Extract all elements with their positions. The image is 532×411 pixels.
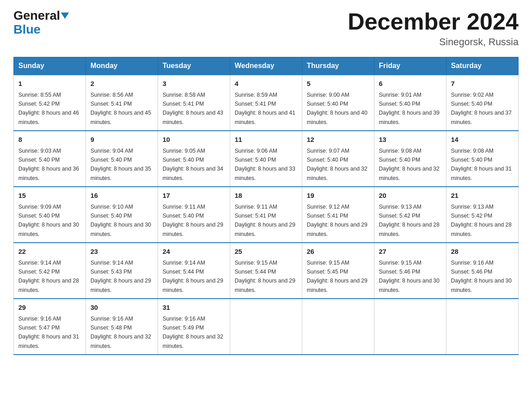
day-number: 7 bbox=[451, 79, 514, 89]
header-friday: Friday bbox=[374, 57, 446, 75]
day-info: Sunrise: 9:03 AMSunset: 5:40 PMDaylight:… bbox=[18, 148, 79, 181]
calendar-cell: 22 Sunrise: 9:14 AMSunset: 5:42 PMDaylig… bbox=[14, 243, 86, 299]
day-number: 16 bbox=[90, 191, 153, 201]
calendar-week-5: 29 Sunrise: 9:16 AMSunset: 5:47 PMDaylig… bbox=[14, 299, 519, 355]
day-number: 2 bbox=[90, 79, 153, 89]
day-number: 28 bbox=[451, 247, 514, 257]
day-info: Sunrise: 9:14 AMSunset: 5:43 PMDaylight:… bbox=[90, 260, 151, 293]
day-info: Sunrise: 9:14 AMSunset: 5:42 PMDaylight:… bbox=[18, 260, 79, 293]
day-info: Sunrise: 9:08 AMSunset: 5:40 PMDaylight:… bbox=[379, 148, 440, 181]
calendar-week-4: 22 Sunrise: 9:14 AMSunset: 5:42 PMDaylig… bbox=[14, 243, 519, 299]
day-number: 5 bbox=[307, 79, 369, 89]
logo-blue: Blue bbox=[13, 22, 41, 36]
day-number: 13 bbox=[379, 135, 442, 145]
logo-text: General Blue bbox=[13, 9, 69, 37]
day-number: 24 bbox=[163, 247, 225, 257]
calendar-cell: 1 Sunrise: 8:55 AMSunset: 5:42 PMDayligh… bbox=[14, 75, 86, 131]
day-number: 14 bbox=[451, 135, 514, 145]
day-number: 29 bbox=[18, 303, 81, 313]
day-number: 8 bbox=[18, 135, 81, 145]
day-number: 17 bbox=[163, 191, 225, 201]
calendar-cell: 9 Sunrise: 9:04 AMSunset: 5:40 PMDayligh… bbox=[86, 131, 158, 187]
calendar-cell: 28 Sunrise: 9:16 AMSunset: 5:46 PMDaylig… bbox=[446, 243, 519, 299]
calendar-week-1: 1 Sunrise: 8:55 AMSunset: 5:42 PMDayligh… bbox=[14, 75, 519, 131]
day-number: 20 bbox=[379, 191, 442, 201]
day-info: Sunrise: 9:15 AMSunset: 5:45 PMDaylight:… bbox=[307, 260, 368, 293]
day-info: Sunrise: 9:00 AMSunset: 5:40 PMDaylight:… bbox=[307, 92, 368, 125]
day-info: Sunrise: 9:04 AMSunset: 5:40 PMDaylight:… bbox=[90, 148, 151, 181]
header-saturday: Saturday bbox=[446, 57, 519, 75]
calendar-cell: 10 Sunrise: 9:05 AMSunset: 5:40 PMDaylig… bbox=[158, 131, 230, 187]
calendar-cell: 15 Sunrise: 9:09 AMSunset: 5:40 PMDaylig… bbox=[14, 187, 86, 243]
calendar-cell: 31 Sunrise: 9:16 AMSunset: 5:49 PMDaylig… bbox=[158, 299, 230, 355]
header-sunday: Sunday bbox=[14, 57, 86, 75]
calendar-cell: 17 Sunrise: 9:11 AMSunset: 5:40 PMDaylig… bbox=[158, 187, 230, 243]
day-number: 15 bbox=[18, 191, 81, 201]
day-number: 11 bbox=[235, 135, 297, 145]
day-info: Sunrise: 9:13 AMSunset: 5:42 PMDaylight:… bbox=[379, 204, 440, 237]
location: Sinegorsk, Russia bbox=[348, 36, 519, 48]
day-number: 18 bbox=[235, 191, 297, 201]
calendar-cell: 29 Sunrise: 9:16 AMSunset: 5:47 PMDaylig… bbox=[14, 299, 86, 355]
calendar-cell: 30 Sunrise: 9:16 AMSunset: 5:48 PMDaylig… bbox=[86, 299, 158, 355]
day-number: 22 bbox=[18, 247, 81, 257]
day-number: 23 bbox=[90, 247, 153, 257]
day-number: 12 bbox=[307, 135, 369, 145]
calendar-week-3: 15 Sunrise: 9:09 AMSunset: 5:40 PMDaylig… bbox=[14, 187, 519, 243]
day-number: 26 bbox=[307, 247, 369, 257]
calendar-cell bbox=[230, 299, 302, 355]
logo-general: General bbox=[13, 9, 60, 22]
calendar-cell: 26 Sunrise: 9:15 AMSunset: 5:45 PMDaylig… bbox=[302, 243, 374, 299]
calendar-header-row: Sunday Monday Tuesday Wednesday Thursday… bbox=[14, 57, 519, 75]
calendar-cell: 3 Sunrise: 8:58 AMSunset: 5:41 PMDayligh… bbox=[158, 75, 230, 131]
calendar-cell: 27 Sunrise: 9:15 AMSunset: 5:46 PMDaylig… bbox=[374, 243, 446, 299]
header-monday: Monday bbox=[86, 57, 158, 75]
calendar-cell: 19 Sunrise: 9:12 AMSunset: 5:41 PMDaylig… bbox=[302, 187, 374, 243]
calendar-table: Sunday Monday Tuesday Wednesday Thursday… bbox=[13, 57, 519, 355]
day-info: Sunrise: 9:09 AMSunset: 5:40 PMDaylight:… bbox=[18, 204, 79, 237]
calendar-cell: 6 Sunrise: 9:01 AMSunset: 5:40 PMDayligh… bbox=[374, 75, 446, 131]
day-info: Sunrise: 9:16 AMSunset: 5:49 PMDaylight:… bbox=[163, 316, 223, 349]
calendar-cell: 8 Sunrise: 9:03 AMSunset: 5:40 PMDayligh… bbox=[14, 131, 86, 187]
calendar-cell bbox=[374, 299, 446, 355]
day-number: 10 bbox=[163, 135, 225, 145]
calendar-cell: 14 Sunrise: 9:08 AMSunset: 5:40 PMDaylig… bbox=[446, 131, 519, 187]
day-info: Sunrise: 9:12 AMSunset: 5:41 PMDaylight:… bbox=[307, 204, 368, 237]
calendar-cell: 25 Sunrise: 9:15 AMSunset: 5:44 PMDaylig… bbox=[230, 243, 302, 299]
day-info: Sunrise: 9:14 AMSunset: 5:44 PMDaylight:… bbox=[163, 260, 223, 293]
day-info: Sunrise: 9:16 AMSunset: 5:46 PMDaylight:… bbox=[451, 260, 512, 293]
day-number: 31 bbox=[163, 303, 225, 313]
calendar-cell: 20 Sunrise: 9:13 AMSunset: 5:42 PMDaylig… bbox=[374, 187, 446, 243]
day-info: Sunrise: 9:08 AMSunset: 5:40 PMDaylight:… bbox=[451, 148, 512, 181]
day-number: 6 bbox=[379, 79, 442, 89]
day-info: Sunrise: 9:15 AMSunset: 5:46 PMDaylight:… bbox=[379, 260, 440, 293]
calendar-cell: 11 Sunrise: 9:06 AMSunset: 5:40 PMDaylig… bbox=[230, 131, 302, 187]
day-info: Sunrise: 9:10 AMSunset: 5:40 PMDaylight:… bbox=[90, 204, 151, 237]
header-tuesday: Tuesday bbox=[158, 57, 230, 75]
calendar-cell: 21 Sunrise: 9:13 AMSunset: 5:42 PMDaylig… bbox=[446, 187, 519, 243]
calendar-cell: 23 Sunrise: 9:14 AMSunset: 5:43 PMDaylig… bbox=[86, 243, 158, 299]
day-info: Sunrise: 9:07 AMSunset: 5:40 PMDaylight:… bbox=[307, 148, 368, 181]
calendar-cell: 4 Sunrise: 8:59 AMSunset: 5:41 PMDayligh… bbox=[230, 75, 302, 131]
day-number: 3 bbox=[163, 79, 225, 89]
day-number: 19 bbox=[307, 191, 369, 201]
calendar-cell: 24 Sunrise: 9:14 AMSunset: 5:44 PMDaylig… bbox=[158, 243, 230, 299]
month-title: December 2024 bbox=[348, 9, 519, 34]
day-number: 21 bbox=[451, 191, 514, 201]
day-info: Sunrise: 9:16 AMSunset: 5:47 PMDaylight:… bbox=[18, 316, 79, 349]
logo: General Blue bbox=[13, 9, 69, 37]
day-info: Sunrise: 9:13 AMSunset: 5:42 PMDaylight:… bbox=[451, 204, 512, 237]
day-number: 25 bbox=[235, 247, 297, 257]
calendar-cell: 2 Sunrise: 8:56 AMSunset: 5:41 PMDayligh… bbox=[86, 75, 158, 131]
calendar-cell bbox=[446, 299, 519, 355]
day-number: 9 bbox=[90, 135, 153, 145]
calendar-week-2: 8 Sunrise: 9:03 AMSunset: 5:40 PMDayligh… bbox=[14, 131, 519, 187]
day-number: 30 bbox=[90, 303, 153, 313]
calendar-cell bbox=[302, 299, 374, 355]
calendar-cell: 13 Sunrise: 9:08 AMSunset: 5:40 PMDaylig… bbox=[374, 131, 446, 187]
calendar-cell: 5 Sunrise: 9:00 AMSunset: 5:40 PMDayligh… bbox=[302, 75, 374, 131]
day-info: Sunrise: 9:05 AMSunset: 5:40 PMDaylight:… bbox=[163, 148, 223, 181]
day-info: Sunrise: 9:11 AMSunset: 5:41 PMDaylight:… bbox=[235, 204, 296, 237]
day-number: 1 bbox=[18, 79, 81, 89]
day-info: Sunrise: 8:55 AMSunset: 5:42 PMDaylight:… bbox=[18, 92, 79, 125]
